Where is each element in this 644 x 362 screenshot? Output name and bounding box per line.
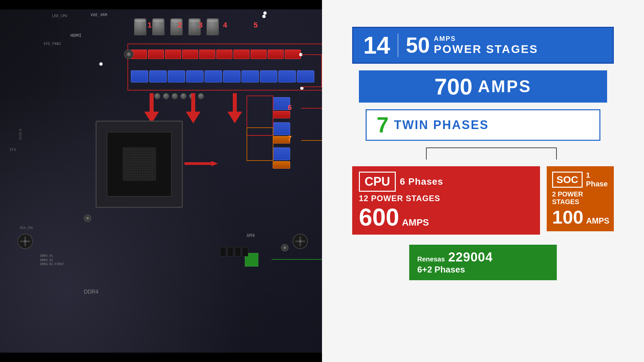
banner-separator-1 bbox=[397, 34, 398, 57]
svg-rect-0 bbox=[150, 93, 154, 112]
motherboard-panel: LED_CPU VQE_VRM HDMI SYS_FAN2 IFA M.BIOS… bbox=[0, 0, 322, 362]
cpu-pins bbox=[122, 147, 156, 181]
bottom-split: CPU 6 Phases 12 POWER STAGES 600 AMPS SO… bbox=[352, 166, 614, 235]
tree-v-line-left bbox=[426, 147, 427, 160]
ddr4-pin-labels: DDR4_A1 DDR4_A2 DDR4_B1-FIRST bbox=[40, 254, 64, 266]
mosfet-red-4 bbox=[182, 50, 198, 59]
choke-blue-1 bbox=[131, 70, 148, 82]
test-point-5 bbox=[263, 11, 267, 15]
cpu-tag-text: CPU bbox=[365, 175, 390, 188]
power-stages-text: AMPS POWER STAGES bbox=[434, 35, 538, 56]
arrow-down-1 bbox=[144, 93, 159, 123]
side-choke-7b bbox=[273, 147, 290, 160]
soc-amps-label: AMPS bbox=[586, 216, 609, 226]
mosfet-red-9 bbox=[268, 50, 284, 59]
choke-blue-8 bbox=[260, 70, 277, 82]
phase-num-4: 4 bbox=[223, 21, 227, 29]
cpu-phases-text: 6 Phases bbox=[400, 176, 443, 187]
renesas-info-box: Renesas 229004 6+2 Phases bbox=[409, 245, 557, 280]
svg-point-8 bbox=[23, 240, 27, 243]
svg-point-10 bbox=[299, 240, 302, 243]
green-connector-line bbox=[272, 259, 322, 260]
choke-row-blue bbox=[131, 70, 314, 82]
mosfet-row-red bbox=[131, 50, 301, 59]
small-connectors bbox=[220, 247, 248, 256]
capacitor-row bbox=[134, 18, 219, 35]
choke-blue-10 bbox=[297, 70, 314, 82]
power-stages-num-14: 14 bbox=[363, 33, 390, 57]
screw-3 bbox=[281, 244, 288, 251]
cpu-info-box: CPU 6 Phases 12 POWER STAGES 600 AMPS bbox=[352, 166, 540, 235]
ifa-label: IFA bbox=[9, 147, 16, 152]
choke-blue-7 bbox=[241, 70, 259, 82]
svg-marker-6 bbox=[211, 161, 218, 166]
svg-rect-2 bbox=[191, 93, 195, 112]
choke-blue-6 bbox=[223, 70, 240, 82]
power-stages-num-50: 50 bbox=[406, 35, 430, 56]
twin-phases-banner: 7 TWIN PHASES bbox=[366, 109, 600, 141]
twin-phases-num: 7 bbox=[377, 114, 389, 136]
side-choke-7a bbox=[273, 122, 290, 135]
soc-tag-text: SOC bbox=[556, 174, 578, 185]
phase-num-6: 6 bbox=[288, 103, 292, 112]
cpu-tag: CPU bbox=[359, 172, 396, 192]
cpu-amps-row: 600 AMPS bbox=[359, 205, 533, 229]
arrows-container bbox=[144, 93, 242, 123]
screw-1 bbox=[124, 50, 133, 59]
cpu-arrow-head bbox=[211, 160, 218, 167]
h-line-mid bbox=[301, 86, 322, 87]
led-cpu-label: LED_CPU bbox=[52, 14, 67, 18]
side-mosfet-7b bbox=[273, 161, 290, 169]
bottom-border bbox=[0, 353, 322, 362]
svg-rect-4 bbox=[233, 93, 237, 112]
mosfet-red-6 bbox=[216, 50, 232, 59]
soc-amps-row: 100 AMPS bbox=[552, 208, 608, 227]
soc-amps-num: 100 bbox=[552, 208, 583, 227]
soc-header: SOC 1 Phase bbox=[552, 171, 608, 188]
total-amps-label: AMPS bbox=[478, 77, 532, 96]
arrow-down-2 bbox=[186, 93, 201, 123]
mosfet-red-5 bbox=[199, 50, 215, 59]
svg-marker-5 bbox=[227, 112, 242, 123]
choke-blue-3 bbox=[168, 70, 185, 82]
cpu-stages-text: 12 POWER STAGES bbox=[359, 194, 533, 203]
mosfet-red-10 bbox=[285, 50, 301, 59]
soc-stages-text: 2 POWER STAGES bbox=[552, 190, 608, 206]
side-vrm-outline-orange bbox=[247, 127, 273, 161]
tree-connector bbox=[366, 147, 600, 160]
m2bios-label: M.BIOS bbox=[18, 129, 22, 140]
renesas-model: 229004 bbox=[448, 250, 493, 264]
h-line-top bbox=[301, 54, 322, 55]
choke-blue-2 bbox=[149, 70, 167, 82]
total-amps-banner: 700 AMPS bbox=[359, 70, 607, 103]
mosfet-red-8 bbox=[251, 50, 267, 59]
phase-num-2: 2 bbox=[178, 21, 182, 29]
soc-info-box: SOC 1 Phase 2 POWER STAGES 100 AMPS bbox=[547, 166, 614, 231]
soc-phase-text: 1 Phase bbox=[586, 171, 608, 188]
phase-num-5: 5 bbox=[254, 21, 258, 29]
capacitor-1 bbox=[134, 18, 146, 35]
cpu-socket-inner bbox=[107, 132, 172, 197]
svg-marker-3 bbox=[186, 112, 201, 123]
choke-blue-5 bbox=[205, 70, 222, 82]
choke-blue-9 bbox=[278, 70, 296, 82]
pcb-background: LED_CPU VQE_VRM HDMI SYS_FAN2 IFA M.BIOS… bbox=[0, 0, 322, 362]
fan-2 bbox=[292, 233, 309, 250]
tree-h-line bbox=[426, 147, 557, 148]
h-line-phase7 bbox=[301, 140, 322, 141]
mosfet-red-2 bbox=[148, 50, 164, 59]
twin-phases-label: TWIN PHASES bbox=[394, 118, 489, 132]
renesas-row: Renesas 229004 bbox=[417, 250, 549, 264]
screw-2 bbox=[84, 215, 91, 222]
cpu-header: CPU 6 Phases bbox=[359, 172, 533, 192]
test-point-4 bbox=[262, 15, 266, 18]
vqe-vrm-label: VQE_VRM bbox=[91, 13, 107, 17]
arrow-down-3 bbox=[227, 93, 242, 123]
phase-num-7: 7 bbox=[288, 134, 292, 143]
phase-num-1: 1 bbox=[148, 21, 152, 29]
test-point-3 bbox=[99, 62, 103, 66]
cpu-amps-num: 600 bbox=[359, 205, 399, 229]
total-amps-num: 700 bbox=[434, 75, 472, 98]
info-panel: 14 50 AMPS POWER STAGES 700 AMPS 7 TWIN … bbox=[322, 0, 644, 362]
mosfet-red-3 bbox=[165, 50, 181, 59]
